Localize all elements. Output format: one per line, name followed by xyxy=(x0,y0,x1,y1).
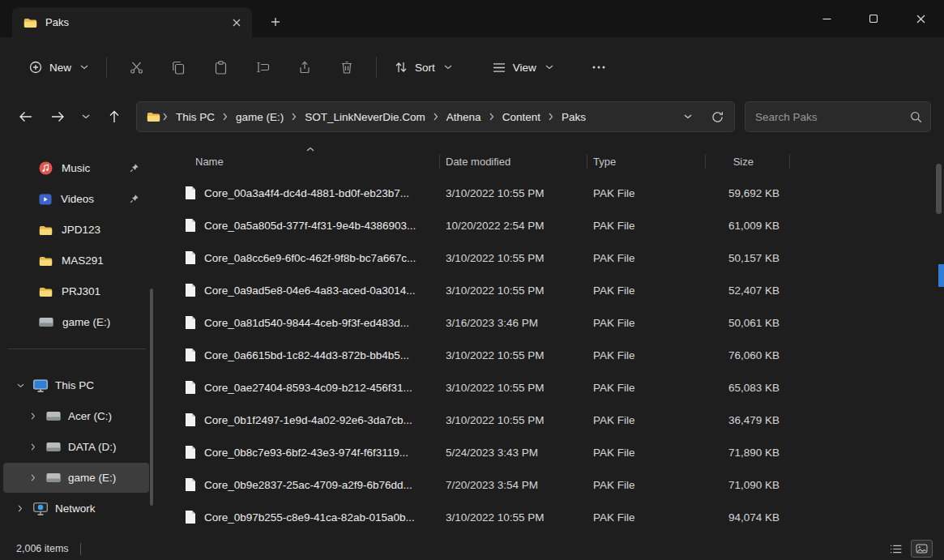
forward-button[interactable] xyxy=(42,101,73,132)
sidebar-item-this-pc[interactable]: This PC xyxy=(3,370,149,400)
table-row[interactable]: Core_0a9ad5e8-04e6-4a83-aced-0a3014... 3… xyxy=(154,274,944,306)
item-count: 2,006 items xyxy=(16,543,69,554)
view-button[interactable]: View xyxy=(483,52,563,83)
table-row[interactable]: Core_0a8cc6e9-6f0c-462f-9f8b-bc7a667c...… xyxy=(154,242,944,274)
vertical-scrollbar[interactable] xyxy=(936,164,942,214)
file-name: Core_0b9e2837-25ac-4709-a2f9-6b76dd... xyxy=(204,479,412,491)
sort-button[interactable]: Sort xyxy=(385,52,462,83)
column-divider[interactable] xyxy=(439,154,440,169)
refresh-button[interactable] xyxy=(705,105,729,129)
sidebar-item-network[interactable]: Network xyxy=(3,494,149,524)
chevron-right-icon[interactable] xyxy=(28,443,39,451)
maximize-button[interactable] xyxy=(850,0,897,37)
thumbnail-view-toggle[interactable] xyxy=(911,540,933,558)
file-list-rows: Core_00a3a4f4-dc4d-4881-bd0f-eb23b7... 3… xyxy=(154,177,944,537)
chevron-right-icon xyxy=(487,113,497,121)
chevron-right-icon[interactable] xyxy=(15,505,26,512)
table-row[interactable]: Core_0b1f2497-1e9d-4a02-92e6-3da7cb... 3… xyxy=(154,404,944,436)
table-row[interactable]: Core_00a3a4f4-dc4d-4881-bd0f-eb23b7... 3… xyxy=(154,177,944,209)
minimize-button[interactable] xyxy=(803,0,850,37)
chevron-down-icon[interactable] xyxy=(15,383,26,388)
share-button[interactable] xyxy=(284,52,326,83)
table-row[interactable]: Core_0b97b255-c8e9-41ca-82ab-015a0b... 3… xyxy=(154,501,944,533)
command-toolbar: New Sort xyxy=(0,37,944,88)
sidebar-item-data-d[interactable]: DATA (D:) xyxy=(3,432,149,462)
sidebar-item-prj301[interactable]: PRJ301 xyxy=(3,276,149,306)
column-divider[interactable] xyxy=(587,154,587,169)
sidebar-item-videos[interactable]: Videos xyxy=(3,184,149,214)
new-tab-button[interactable] xyxy=(263,10,288,34)
column-header-date-modified[interactable]: Date modified xyxy=(439,156,587,168)
breadcrumb-item-current[interactable]: Paks xyxy=(556,107,592,127)
table-row[interactable]: Core_0a81d540-9844-4ceb-9f3f-ed483d... 3… xyxy=(154,306,944,339)
sidebar-item-game-e[interactable]: game (E:) xyxy=(3,463,149,493)
search-input[interactable] xyxy=(755,111,910,123)
breadcrumb-item[interactable]: SOT_LinkNeverDie.Com xyxy=(299,107,431,127)
paste-button[interactable] xyxy=(199,52,241,83)
chevron-right-icon xyxy=(160,113,170,121)
file-date-modified: 10/20/2022 2:54 PM xyxy=(439,220,587,232)
breadcrumb-item[interactable]: Athena xyxy=(441,107,487,127)
address-dropdown-chevron[interactable] xyxy=(676,105,700,129)
file-date-modified: 3/10/2022 10:55 PM xyxy=(439,414,587,426)
table-row[interactable]: Core_0a5a805d-377f-4f31-9e4b-4386903... … xyxy=(154,209,944,242)
table-row[interactable]: Core_0ae27404-8593-4c09-b212-456f31... 3… xyxy=(154,371,944,404)
file-type: PAK File xyxy=(587,479,705,491)
chevron-right-icon xyxy=(220,113,230,121)
table-row[interactable]: Core_0b8c7e93-6bf2-43e3-974f-f6f3119... … xyxy=(154,436,944,468)
column-divider[interactable] xyxy=(705,154,706,169)
sidebar-item-label: game (E:) xyxy=(68,472,116,484)
file-size: 52,407 KB xyxy=(705,284,789,297)
search-box[interactable] xyxy=(745,101,931,132)
chevron-right-icon[interactable] xyxy=(28,474,39,481)
file-name: Core_0a8cc6e9-6f0c-462f-9f8b-bc7a667c... xyxy=(204,252,416,264)
status-bar: 2,006 items xyxy=(0,537,944,560)
search-icon xyxy=(910,111,922,123)
sidebar-scrollbar[interactable] xyxy=(150,289,153,506)
file-size: 59,692 KB xyxy=(705,187,789,199)
breadcrumb-item[interactable]: game (E:) xyxy=(230,107,289,127)
breadcrumb[interactable]: This PC game (E:) SOT_LinkNeverDie.Com A… xyxy=(136,101,735,132)
sidebar-item-jpd123[interactable]: JPD123 xyxy=(3,215,149,245)
new-button[interactable]: New xyxy=(19,52,98,83)
explorer-tab[interactable]: Paks xyxy=(12,7,252,37)
sidebar-separator xyxy=(8,348,146,349)
sort-icon xyxy=(395,62,408,73)
sidebar-item-game-e-pinned[interactable]: game (E:) xyxy=(3,307,149,337)
column-header-size[interactable]: Size xyxy=(705,156,789,168)
file-icon xyxy=(185,186,196,200)
up-button[interactable] xyxy=(99,101,130,132)
edge-accent-indicator xyxy=(938,264,944,287)
table-row[interactable]: Core_0b9e2837-25ac-4709-a2f9-6b76dd... 7… xyxy=(154,468,944,501)
close-button[interactable] xyxy=(897,0,944,37)
file-date-modified: 3/10/2022 10:55 PM xyxy=(439,511,587,524)
column-header-name[interactable]: Name xyxy=(154,156,439,168)
file-type: PAK File xyxy=(587,414,705,426)
column-headers: Name Date modified Type Size xyxy=(154,146,944,177)
sidebar-item-mas291[interactable]: MAS291 xyxy=(3,246,149,276)
file-size: 61,009 KB xyxy=(705,220,789,232)
sidebar-item-acer-c[interactable]: Acer (C:) xyxy=(3,401,149,431)
file-size: 76,060 KB xyxy=(705,349,789,361)
recent-locations-chevron[interactable] xyxy=(75,101,97,132)
table-row[interactable]: Core_0a6615bd-1c82-44d3-872b-bb4b5... 3/… xyxy=(154,339,944,371)
sidebar-item-label: DATA (D:) xyxy=(68,441,117,453)
chevron-right-icon[interactable] xyxy=(28,413,39,420)
tab-close-button[interactable] xyxy=(226,12,247,33)
breadcrumb-item[interactable]: Content xyxy=(497,107,546,127)
rename-button[interactable] xyxy=(241,52,284,83)
breadcrumb-item[interactable]: This PC xyxy=(170,107,220,127)
delete-button[interactable] xyxy=(326,52,368,83)
file-type: PAK File xyxy=(587,349,705,361)
copy-button[interactable] xyxy=(157,52,199,83)
column-divider[interactable] xyxy=(789,154,790,169)
file-date-modified: 3/16/2023 3:46 PM xyxy=(439,317,587,329)
back-button[interactable] xyxy=(10,101,41,132)
file-icon xyxy=(185,283,196,297)
more-options-button[interactable] xyxy=(578,52,620,83)
file-name: Core_0b97b255-c8e9-41ca-82ab-015a0b... xyxy=(204,511,415,524)
details-view-toggle[interactable] xyxy=(885,540,907,558)
column-header-type[interactable]: Type xyxy=(587,156,705,168)
cut-button[interactable] xyxy=(115,52,157,83)
sidebar-item-music[interactable]: Music xyxy=(3,153,149,183)
